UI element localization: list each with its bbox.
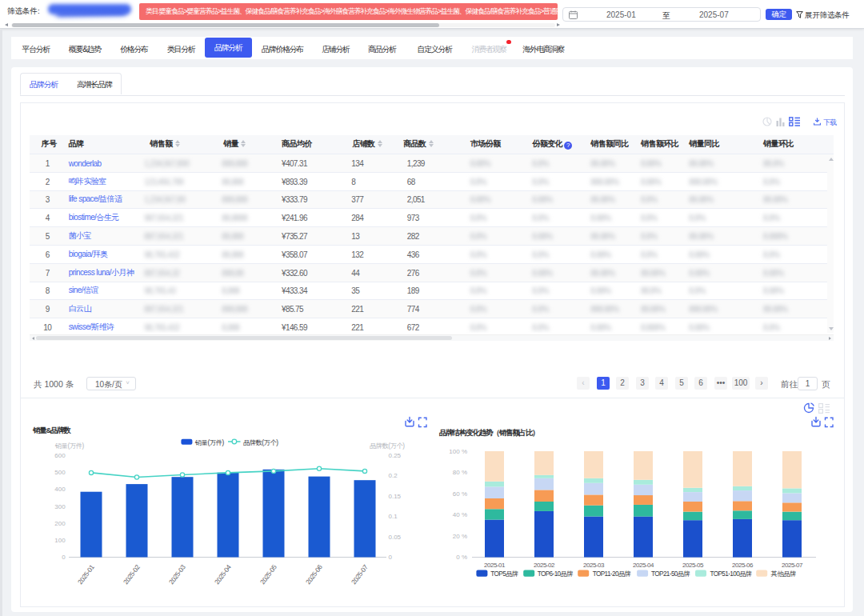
svg-text:2025-02: 2025-02 (534, 562, 555, 569)
svg-text:200: 200 (54, 519, 66, 526)
svg-text:2025-02: 2025-02 (122, 562, 142, 586)
svg-text:2025-04: 2025-04 (213, 562, 233, 586)
svg-text:80 %: 80 % (453, 469, 467, 476)
svg-text:销量&品牌数: 销量&品牌数 (32, 426, 71, 434)
svg-text:20 %: 20 % (453, 532, 467, 539)
svg-text:500: 500 (54, 469, 66, 476)
svg-text:0: 0 (62, 554, 66, 561)
svg-text:品牌数(万个): 品牌数(万个) (243, 438, 278, 446)
svg-text:2025-06: 2025-06 (304, 562, 324, 586)
svg-text:2025-03: 2025-03 (167, 562, 187, 586)
svg-text:60 %: 60 % (453, 490, 467, 497)
svg-text:2025-05: 2025-05 (682, 562, 704, 569)
svg-text:300: 300 (54, 502, 66, 510)
svg-text:2025-05: 2025-05 (258, 562, 278, 586)
svg-text:40 %: 40 % (453, 511, 467, 518)
svg-text:2025-06: 2025-06 (732, 562, 754, 569)
svg-text:2025-01: 2025-01 (484, 562, 506, 569)
svg-text:100: 100 (54, 537, 66, 544)
svg-text:2025-07: 2025-07 (782, 562, 803, 569)
svg-text:2025-04: 2025-04 (633, 562, 654, 569)
svg-text:其他品牌: 其他品牌 (771, 570, 796, 578)
svg-text:品牌结构变化趋势（销售额占比）: 品牌结构变化趋势（销售额占比） (439, 427, 539, 437)
svg-text:0.1: 0.1 (389, 513, 398, 520)
svg-text:品牌数(万个): 品牌数(万个) (370, 442, 405, 449)
svg-text:0.05: 0.05 (389, 533, 402, 540)
svg-text:0.25: 0.25 (389, 451, 402, 458)
svg-text:TOP11-20品牌: TOP11-20品牌 (593, 570, 631, 578)
svg-text:100 %: 100 % (449, 447, 467, 454)
svg-text:TOP21-50品牌: TOP21-50品牌 (651, 570, 690, 578)
svg-text:2025-03: 2025-03 (583, 562, 605, 569)
svg-text:2025-01: 2025-01 (76, 562, 96, 586)
svg-text:销量(万件): 销量(万件) (194, 438, 224, 446)
svg-text:600: 600 (54, 451, 66, 458)
svg-text:400: 400 (54, 486, 66, 493)
svg-text:0: 0 (389, 554, 393, 561)
svg-text:2025-07: 2025-07 (350, 562, 370, 586)
svg-text:0 %: 0 % (456, 554, 467, 561)
svg-text:TOP51-100品牌: TOP51-100品牌 (710, 570, 751, 578)
svg-text:销量(万件): 销量(万件) (54, 442, 84, 449)
svg-text:TOP6-10品牌: TOP6-10品牌 (538, 570, 573, 578)
svg-text:TOP5品牌: TOP5品牌 (490, 570, 518, 578)
svg-text:0.15: 0.15 (389, 492, 402, 499)
svg-text:0.2: 0.2 (389, 472, 398, 479)
